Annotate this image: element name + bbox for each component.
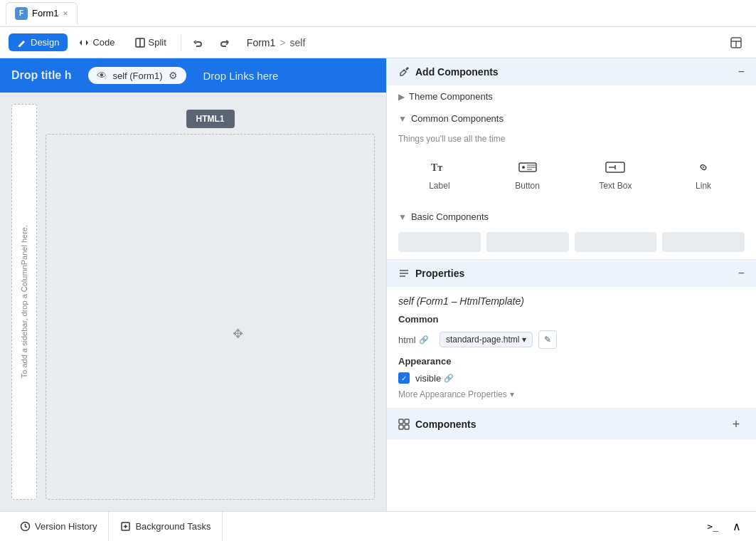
button-icon — [513, 157, 542, 177]
layout-icon — [730, 36, 742, 49]
common-props-label: Common — [398, 314, 745, 325]
component-title: self (Form1 – HtmlTemplate) — [398, 295, 745, 307]
properties-icon — [398, 268, 410, 279]
sidebar-panel-text: To add a sidebar, drop a ColumnPanel her… — [19, 225, 29, 378]
properties-header[interactable]: Properties − — [387, 260, 756, 287]
nav-pill-label: self (Form1) — [112, 70, 162, 81]
toolbar: Design Code Split Form1 > self — [0, 27, 756, 58]
basic-comp-1 — [398, 232, 481, 252]
svg-rect-18 — [399, 419, 403, 424]
design-icon — [17, 38, 27, 48]
html-link-icon: 🔗 — [419, 335, 429, 345]
form1-icon: F — [15, 7, 28, 20]
common-components-header[interactable]: ▼ Common Components — [387, 107, 756, 130]
label-component-label: Label — [429, 181, 449, 191]
basic-components-grid — [387, 228, 756, 259]
up-icon: ∧ — [733, 520, 741, 533]
eye-icon: 👁 — [97, 70, 107, 81]
canvas-content: To add a sidebar, drop a ColumnPanel her… — [0, 93, 386, 511]
version-history-label: Version History — [35, 521, 97, 532]
link-component[interactable]: Link — [662, 151, 745, 197]
form1-tab[interactable]: F Form1 × — [6, 2, 78, 25]
html-value-dropdown[interactable]: standard-page.html ▾ — [440, 332, 533, 347]
split-icon — [135, 38, 145, 48]
add-components-header[interactable]: Add Components − — [387, 58, 756, 85]
scroll-up-button[interactable]: ∧ — [726, 516, 747, 537]
appearance-label: Appearance — [398, 356, 745, 367]
background-tasks-item[interactable]: Background Tasks — [109, 512, 223, 541]
terminal-button[interactable]: >_ — [702, 516, 723, 537]
components-section-header[interactable]: Components + — [387, 409, 756, 440]
terminal-icon: >_ — [707, 521, 718, 532]
add-components-collapse[interactable]: − — [738, 65, 745, 78]
more-chevron: ▾ — [510, 389, 514, 399]
canvas-area: Drop title h 👁 self (Form1) ⚙ Drop Links… — [0, 58, 386, 511]
svg-rect-19 — [405, 419, 409, 424]
visible-row: ✓ visible 🔗 — [398, 372, 745, 384]
undo-button[interactable] — [187, 31, 210, 54]
properties-body: self (Form1 – HtmlTemplate) Common html … — [387, 287, 756, 408]
components-section-title: Components — [398, 419, 477, 430]
add-components-title: Add Components — [398, 66, 499, 78]
textbox-component-label: Text Box — [599, 181, 632, 191]
breadcrumb: Form1 > self — [247, 37, 305, 48]
breadcrumb-separator: > — [279, 37, 285, 48]
common-components-body: Things you'll use all the time Tт Label — [387, 130, 756, 206]
add-components-section: Add Components − ▶ Theme Components ▼ Co… — [387, 58, 756, 260]
theme-components-header[interactable]: ▶ Theme Components — [387, 85, 756, 107]
layout-button[interactable] — [725, 31, 747, 54]
breadcrumb-form[interactable]: Form1 — [247, 37, 275, 48]
toolbar-right — [725, 31, 747, 54]
wrench-icon — [398, 66, 410, 78]
html-badge[interactable]: HTML1 — [186, 110, 235, 128]
version-history-icon — [20, 521, 31, 532]
components-section-icon — [398, 419, 410, 430]
label-icon: Tт — [425, 157, 454, 177]
svg-rect-20 — [399, 425, 403, 429]
settings-icon: ⚙ — [169, 70, 178, 81]
drop-title: Drop title h — [0, 69, 82, 82]
theme-components-label: ▶ Theme Components — [398, 91, 493, 102]
tab-title: Form1 — [32, 8, 59, 19]
button-component[interactable]: Button — [486, 151, 569, 197]
redo-icon — [218, 37, 230, 48]
canvas-drop-zone[interactable]: ✥ — [46, 134, 375, 500]
visible-link-icon: 🔗 — [444, 374, 454, 383]
nav-pill[interactable]: 👁 self (Form1) ⚙ — [88, 67, 186, 84]
breadcrumb-page: self — [289, 37, 305, 48]
textbox-component[interactable]: Text Box — [575, 151, 657, 197]
main-area: Drop title h 👁 self (Form1) ⚙ Drop Links… — [0, 58, 756, 511]
design-button[interactable]: Design — [9, 33, 68, 51]
add-component-button[interactable]: + — [728, 416, 745, 433]
redo-button[interactable] — [213, 31, 235, 54]
svg-rect-21 — [405, 425, 409, 429]
appearance-section: Appearance ✓ visible 🔗 More Appearance P… — [398, 356, 745, 399]
background-tasks-icon — [120, 521, 131, 532]
drop-links: Drop Links here — [192, 70, 290, 82]
link-icon — [689, 157, 718, 177]
basic-components-header[interactable]: ▼ Basic Components — [387, 206, 756, 228]
label-component[interactable]: Tт Label — [398, 151, 481, 197]
bottom-bar: Version History Background Tasks >_ ∧ — [0, 511, 756, 541]
code-icon — [79, 38, 89, 48]
visible-checkbox[interactable]: ✓ — [398, 372, 410, 384]
sidebar-panel: To add a sidebar, drop a ColumnPanel her… — [11, 104, 37, 500]
canvas-body: HTML1 ✥ — [46, 104, 375, 500]
html-prop-row: html 🔗 standard-page.html ▾ ✎ — [398, 330, 745, 349]
more-appearance-button[interactable]: More Appearance Properties ▾ — [398, 389, 745, 399]
version-history-item[interactable]: Version History — [9, 512, 109, 541]
svg-point-7 — [522, 166, 525, 169]
common-components-label: ▼ Common Components — [398, 113, 504, 124]
undo-icon — [193, 37, 204, 48]
tab-close-button[interactable]: × — [63, 9, 68, 19]
html-edit-button[interactable]: ✎ — [538, 330, 557, 349]
properties-title: Properties — [398, 268, 464, 279]
html-prop-key: html 🔗 — [398, 335, 434, 345]
properties-section: Properties − self (Form1 – HtmlTemplate)… — [387, 260, 756, 409]
code-button[interactable]: Code — [70, 33, 123, 51]
properties-collapse[interactable]: − — [738, 267, 745, 280]
split-button[interactable]: Split — [127, 33, 175, 51]
basic-comp-2 — [486, 232, 569, 252]
bottom-right: >_ ∧ — [702, 516, 747, 537]
tab-bar: F Form1 × — [0, 0, 756, 27]
